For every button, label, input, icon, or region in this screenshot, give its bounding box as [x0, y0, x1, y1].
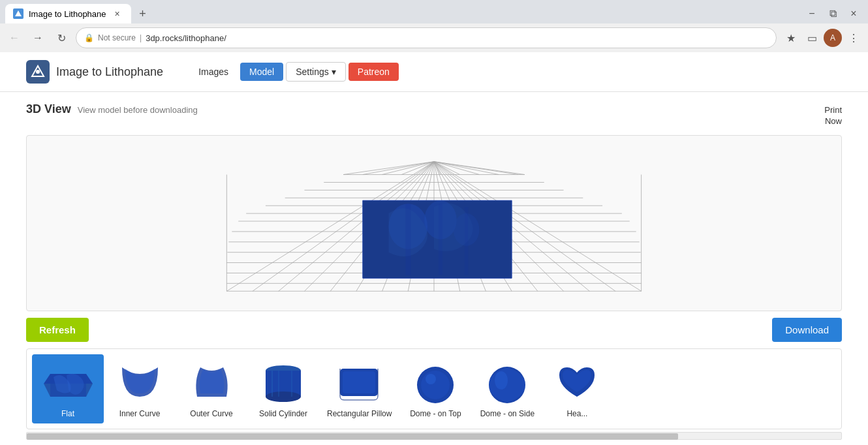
bookmark-button[interactable]: ★ [782, 29, 800, 47]
minimize-button[interactable]: − [803, 5, 821, 23]
rectangular-pillow-thumbnail [333, 360, 386, 405]
model-item-heart[interactable]: Hea... [543, 354, 611, 423]
profile-extension-button[interactable]: ▭ [803, 29, 821, 47]
outer-curve-thumbnail [185, 360, 238, 405]
flat-label: Flat [61, 409, 74, 418]
svg-line-44 [434, 161, 499, 174]
section-title: 3D View [26, 102, 71, 116]
model-item-outer-curve[interactable]: Outer Curve [176, 354, 247, 423]
security-label: Not secure [98, 33, 136, 42]
model-item-rectangular-pillow[interactable]: Rectangular Pillow [319, 354, 399, 423]
nav-links: Images Model Settings ▾ Patreon [189, 62, 399, 82]
outer-curve-label: Outer Curve [190, 409, 232, 418]
tab-title: Image to Lithophane [29, 9, 106, 19]
toolbar-row: Refresh Download [26, 318, 842, 342]
svg-point-2 [36, 70, 40, 74]
close-button[interactable]: × [845, 5, 863, 23]
settings-label: Settings [296, 67, 329, 77]
nav-settings-link[interactable]: Settings ▾ [286, 62, 346, 82]
model-item-dome-on-side[interactable]: Dome - on Side [471, 354, 543, 423]
address-separator: | [140, 33, 142, 42]
forward-button[interactable]: → [29, 29, 47, 47]
svg-point-65 [421, 371, 450, 399]
solid-cylinder-label: Solid Cylinder [259, 409, 307, 418]
reload-button[interactable]: ↻ [52, 29, 70, 47]
nav-patreon-link[interactable]: Patreon [349, 63, 399, 81]
back-button[interactable]: ← [5, 29, 23, 47]
model-item-inner-curve[interactable]: Inner Curve [104, 354, 176, 423]
restore-button[interactable]: ⧉ [824, 5, 842, 23]
section-subtitle: View model before downloading [78, 105, 198, 115]
profile-avatar[interactable]: A [824, 29, 842, 47]
more-button[interactable]: ⋮ [845, 29, 863, 47]
address-text: 3dp.rocks/lithophane/ [146, 33, 226, 43]
active-tab[interactable]: Image to Lithophane × [5, 4, 131, 23]
model-item-solid-cylinder[interactable]: Solid Cylinder [247, 354, 319, 423]
scrollbar-thumb[interactable] [27, 433, 678, 440]
svg-point-68 [495, 371, 508, 390]
nav-model-link[interactable]: Model [240, 63, 283, 81]
logo-icon [26, 60, 50, 84]
model-item-dome-on-top[interactable]: Dome - on Top [399, 354, 471, 423]
model-type-selector: Flat Inner Curve [26, 348, 842, 429]
dome-on-top-label: Dome - on Top [410, 409, 461, 418]
3d-scene-svg [27, 136, 841, 311]
refresh-button[interactable]: Refresh [26, 318, 89, 342]
dome-on-side-thumbnail [481, 360, 533, 405]
dome-on-side-label: Dome - on Side [480, 409, 535, 418]
now-label: Now [825, 116, 842, 126]
print-label: Print [824, 105, 842, 115]
tab-close-button[interactable]: × [112, 8, 123, 20]
app-logo: Image to Lithophane [26, 60, 163, 84]
inner-curve-label: Inner Curve [119, 409, 161, 418]
inner-curve-thumbnail [114, 360, 166, 405]
dome-on-top-thumbnail [409, 360, 461, 405]
heart-thumbnail [551, 360, 603, 405]
new-tab-button[interactable]: + [134, 5, 152, 23]
model-item-flat[interactable]: Flat [32, 354, 104, 423]
nav-images-link[interactable]: Images [189, 63, 238, 81]
horizontal-scrollbar[interactable] [26, 432, 842, 440]
svg-point-58 [266, 391, 301, 402]
svg-marker-0 [15, 10, 22, 16]
flat-thumbnail [42, 360, 94, 405]
address-bar[interactable]: 🔒 Not secure | 3dp.rocks/lithophane/ [76, 27, 777, 48]
settings-arrow-icon: ▾ [332, 67, 336, 77]
rectangular-pillow-label: Rectangular Pillow [327, 409, 392, 418]
download-button[interactable]: Download [772, 318, 842, 342]
print-now-button[interactable]: Print Now [824, 105, 842, 127]
tab-favicon [13, 8, 23, 19]
3d-viewer[interactable] [26, 135, 842, 311]
heart-label: Hea... [566, 409, 587, 418]
svg-point-66 [426, 374, 436, 384]
logo-text: Image to Lithophane [56, 65, 163, 79]
lock-icon: 🔒 [84, 33, 94, 42]
solid-cylinder-thumbnail [257, 360, 309, 405]
svg-rect-63 [343, 371, 375, 393]
